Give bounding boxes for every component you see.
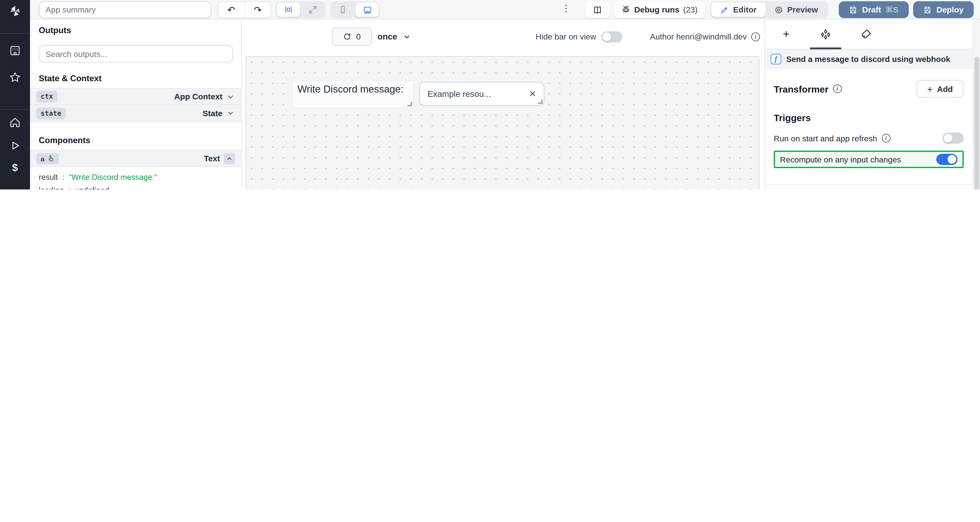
app-canvas[interactable]: Write Discord message: Example resou... … — [246, 56, 759, 189]
pencil-icon — [720, 5, 729, 14]
apps-icon[interactable] — [9, 45, 21, 57]
tab-insert-plus[interactable]: + — [780, 28, 792, 41]
runs-play-icon[interactable] — [9, 139, 21, 152]
author-label: Author henri@windmill.dev — [650, 32, 747, 41]
function-icon: f — [771, 54, 781, 64]
outputs-sidebar: Outputs State & Context ctx App Context … — [30, 19, 242, 189]
desktop-icon — [362, 5, 372, 15]
canvas-header: 0 once Hide bar on view Author henri@win… — [242, 19, 764, 54]
hide-bar-label: Hide bar on view — [536, 32, 596, 41]
transformer-label: Transformer — [774, 83, 829, 94]
text-component-value: Write Discord message: — [298, 84, 403, 94]
schedule-value: once — [377, 32, 397, 41]
clear-select-icon[interactable]: ✕ — [529, 89, 536, 99]
state-type: State — [202, 108, 223, 118]
desktop-view-button[interactable] — [356, 3, 379, 17]
state-badge: state — [36, 107, 66, 119]
collapse-button[interactable] — [224, 153, 235, 164]
chevron-down-icon — [402, 32, 411, 41]
undo-button[interactable]: ↶ — [218, 2, 245, 18]
tab-styling[interactable] — [859, 28, 872, 41]
schedule-select[interactable]: once — [377, 27, 411, 46]
resources-cubes-icon[interactable] — [9, 189, 21, 189]
tab-component-settings[interactable] — [819, 28, 832, 41]
draft-shortcut: ⌘S — [885, 5, 898, 14]
divider — [765, 185, 972, 185]
state-row[interactable]: state State — [30, 105, 241, 122]
chevron-down-icon[interactable] — [226, 92, 235, 101]
refresh-count: 0 — [356, 32, 361, 41]
run-on-start-toggle[interactable] — [943, 132, 964, 144]
home-icon[interactable] — [9, 116, 21, 129]
component-settings-panel: + f Send a message to discord using webh… — [764, 19, 972, 189]
component-a-outputs: result:"Write Discord message:" loading:… — [30, 167, 241, 189]
component-row-a[interactable]: a Text — [30, 150, 241, 167]
triggers-title: Triggers — [774, 113, 964, 123]
recompute-on-input-toggle[interactable] — [936, 154, 958, 165]
rail-divider — [0, 109, 30, 110]
debug-runs-count: (23) — [683, 5, 698, 14]
save-icon — [849, 5, 858, 14]
draft-label: Draft — [862, 5, 881, 14]
component-a-type: Text — [204, 154, 220, 163]
app-summary-input[interactable] — [39, 2, 211, 18]
expand-icon — [308, 5, 317, 14]
save-icon — [923, 5, 932, 14]
device-segment — [330, 2, 380, 18]
page-scrollbar[interactable] — [972, 19, 980, 189]
scrollbar-thumb[interactable] — [974, 57, 979, 189]
center-align-button[interactable] — [277, 3, 300, 17]
ctx-row[interactable]: ctx App Context — [30, 88, 241, 105]
tab-editor[interactable]: Editor — [711, 3, 765, 17]
select-value: Example resou... — [427, 89, 491, 99]
mobile-icon — [338, 5, 348, 14]
info-icon[interactable]: i — [833, 84, 842, 93]
draft-button[interactable]: Draft ⌘S — [839, 2, 909, 18]
variables-dollar-icon[interactable]: $ — [0, 162, 30, 175]
run-on-start-label: Run on start and app refresh — [774, 134, 877, 143]
hide-bar-toggle[interactable] — [601, 31, 622, 42]
editor-preview-segment: Editor Preview — [710, 2, 828, 18]
ctx-type: App Context — [174, 92, 223, 101]
redo-icon: ↷ — [254, 4, 262, 16]
preview-icon — [774, 5, 783, 14]
left-nav-rail: $ ⚙ → — [0, 0, 30, 189]
docs-button[interactable] — [585, 2, 610, 18]
app-window: $ ⚙ → ↶ ↷ — [0, 0, 980, 189]
paintbrush-icon — [859, 28, 872, 41]
preview-label: Preview — [787, 5, 818, 14]
deploy-label: Deploy — [937, 5, 963, 14]
top-toolbar: ↶ ↷ ⋮ Debug runs (23) — [30, 0, 980, 19]
deploy-button[interactable]: Deploy — [913, 2, 974, 18]
ctx-badge: ctx — [36, 91, 57, 102]
center-align-icon — [284, 5, 293, 14]
resize-handle[interactable] — [538, 99, 542, 103]
add-transformer-button[interactable]: +Add — [916, 80, 964, 97]
settings-tabs: + — [765, 19, 972, 49]
mobile-view-button[interactable] — [331, 3, 354, 17]
runnable-header: f Send a message to discord using webhoo… — [765, 49, 972, 69]
component-a-badge: a — [36, 153, 59, 164]
a-loading-value: undefined — [75, 186, 109, 189]
search-outputs-input[interactable] — [39, 45, 233, 62]
debug-runs-button[interactable]: Debug runs (23) — [614, 2, 705, 18]
info-icon[interactable]: i — [751, 32, 760, 41]
runnable-header-title: Send a message to discord using webhook — [786, 54, 950, 63]
undo-redo-group: ↶ ↷ — [218, 2, 271, 18]
refresh-counter[interactable]: 0 — [332, 27, 372, 46]
favorites-star-icon[interactable] — [9, 71, 21, 84]
pointer-hand-icon — [48, 155, 54, 162]
more-menu-button[interactable]: ⋮ — [561, 3, 571, 14]
redo-button[interactable]: ↷ — [244, 2, 270, 18]
windmill-logo-icon[interactable] — [8, 4, 22, 19]
info-icon[interactable]: i — [881, 134, 890, 143]
text-component[interactable]: Write Discord message: — [292, 80, 414, 108]
chevron-up-icon — [226, 155, 233, 162]
tab-preview[interactable]: Preview — [765, 3, 827, 17]
components-diamond-icon — [819, 28, 832, 41]
resize-handle[interactable] — [407, 102, 412, 106]
chevron-down-icon[interactable] — [226, 109, 235, 118]
a-result-value: "Write Discord message:" — [69, 173, 157, 182]
resource-select-component[interactable]: Example resou... ✕ — [420, 82, 544, 106]
expand-button[interactable] — [301, 3, 325, 17]
